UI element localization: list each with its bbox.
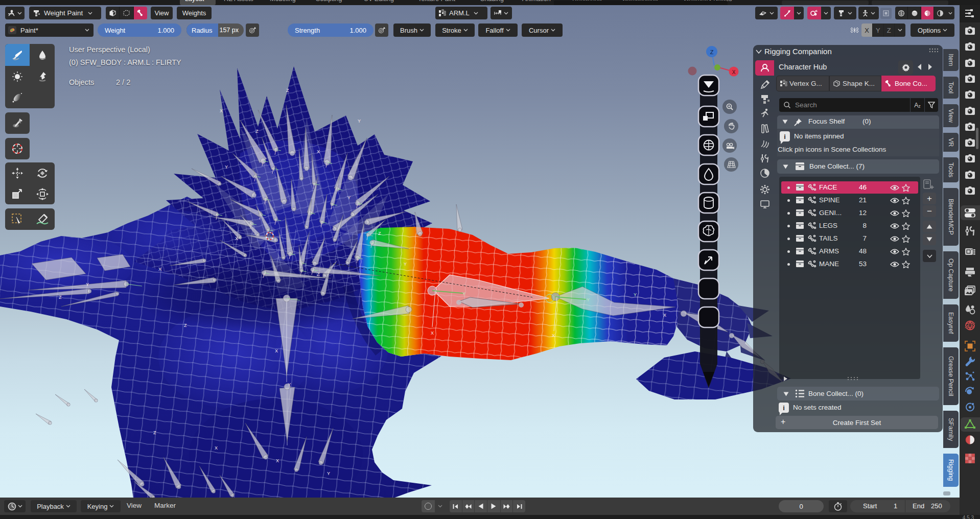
svg-text:Z: Z — [378, 231, 381, 236]
svg-text:Y: Y — [86, 282, 89, 287]
svg-text:X: X — [431, 331, 434, 336]
svg-text:Z: Z — [153, 430, 156, 435]
svg-text:Y: Y — [358, 119, 361, 124]
svg-text:X: X — [158, 267, 161, 272]
svg-text:X: X — [220, 108, 223, 113]
svg-text:Z: Z — [710, 49, 714, 55]
svg-text:Y: Y — [404, 262, 407, 267]
svg-text:Z: Z — [255, 129, 259, 134]
svg-text:X: X — [275, 348, 278, 353]
svg-text:Y: Y — [327, 471, 330, 476]
svg-text:Y: Y — [225, 164, 228, 170]
svg-text:X: X — [732, 69, 736, 75]
svg-text:X: X — [215, 445, 218, 451]
svg-text:X: X — [552, 333, 555, 338]
svg-text:X: X — [317, 149, 320, 154]
svg-text:Y: Y — [587, 297, 590, 302]
svg-text:Z: Z — [59, 295, 62, 300]
svg-text:Z: Z — [286, 88, 289, 93]
svg-text:Y: Y — [634, 292, 637, 297]
svg-text:X: X — [235, 236, 238, 241]
svg-text:Y: Y — [462, 291, 465, 296]
svg-text:Y: Y — [347, 195, 351, 200]
svg-text:Z: Z — [317, 272, 320, 277]
svg-text:X: X — [276, 458, 279, 463]
svg-text:X: X — [663, 313, 666, 318]
svg-text:Y: Y — [288, 382, 291, 387]
svg-text:Z: Z — [184, 323, 187, 328]
